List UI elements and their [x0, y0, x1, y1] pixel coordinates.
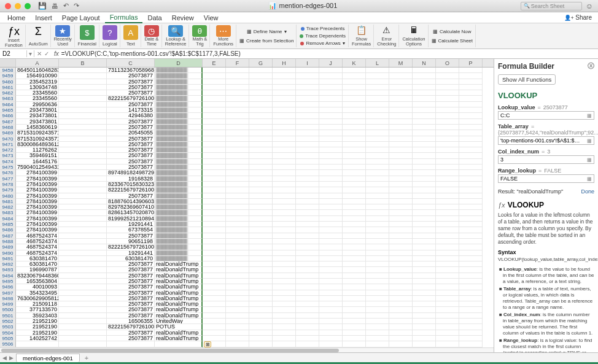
cell[interactable]	[366, 273, 389, 279]
row-header[interactable]: 9461	[0, 85, 16, 90]
cell[interactable]: 42946380	[107, 113, 155, 118]
cell[interactable]: ████████	[155, 187, 203, 193]
cell[interactable]	[436, 136, 459, 142]
cell[interactable]	[226, 279, 249, 284]
cell[interactable]: 25073877	[107, 279, 155, 284]
cell[interactable]	[459, 159, 483, 165]
cell[interactable]	[249, 165, 273, 170]
cell[interactable]	[413, 210, 436, 215]
cell[interactable]	[319, 307, 343, 312]
cell[interactable]	[203, 199, 226, 204]
cell[interactable]	[343, 216, 366, 222]
cell[interactable]	[436, 290, 459, 296]
cell[interactable]	[226, 204, 249, 210]
cell[interactable]	[249, 182, 273, 187]
row-header[interactable]: 9493	[0, 267, 16, 273]
cell[interactable]	[249, 227, 273, 233]
cell[interactable]: 25073877	[107, 79, 155, 85]
cell[interactable]: 25073877	[107, 307, 155, 312]
cell[interactable]	[226, 267, 249, 273]
cell[interactable]	[226, 73, 249, 79]
cell[interactable]: ████████	[155, 233, 203, 239]
cell[interactable]	[436, 210, 459, 215]
tab-home[interactable]: Home	[2, 13, 30, 23]
cell[interactable]	[366, 142, 389, 147]
col-header[interactable]: J	[319, 59, 343, 67]
cell[interactable]	[436, 227, 459, 233]
col-header-b[interactable]: B	[59, 59, 107, 67]
table-row[interactable]: 94782784100399823367015830323000████████	[0, 182, 494, 187]
cell[interactable]	[273, 273, 296, 279]
cell[interactable]	[413, 68, 436, 73]
row-header[interactable]: 9499	[0, 301, 16, 307]
cell[interactable]	[436, 159, 459, 165]
cell[interactable]	[413, 147, 436, 153]
cell[interactable]	[343, 68, 366, 73]
cell[interactable]	[436, 130, 459, 136]
cell[interactable]	[203, 239, 226, 244]
row-header[interactable]: 9469	[0, 130, 16, 136]
cell[interactable]	[203, 250, 226, 256]
formula-input[interactable]: =VLOOKUP(C:C,'top-mentions-001.csv'!$A$1…	[61, 50, 598, 57]
cell[interactable]	[366, 290, 389, 296]
cell[interactable]	[249, 324, 273, 330]
cell[interactable]	[59, 79, 107, 85]
print-icon[interactable]: 🖶	[52, 2, 58, 10]
cell[interactable]	[273, 73, 296, 79]
cell[interactable]	[343, 301, 366, 307]
cell[interactable]	[459, 193, 483, 199]
cell[interactable]	[226, 336, 249, 341]
cell[interactable]	[459, 296, 483, 301]
cell[interactable]	[59, 301, 107, 307]
cell[interactable]	[436, 216, 459, 222]
col-header-a[interactable]: A	[16, 59, 59, 67]
cell[interactable]	[249, 68, 273, 73]
cell[interactable]: ████████	[155, 136, 203, 142]
cell[interactable]	[296, 199, 319, 204]
row-header[interactable]: 9475	[0, 165, 16, 170]
cell[interactable]	[459, 313, 483, 319]
cell[interactable]	[273, 187, 296, 193]
row-header[interactable]: 9484	[0, 216, 16, 222]
cell[interactable]	[413, 204, 436, 210]
cell[interactable]	[226, 125, 249, 130]
table-row[interactable]: 946629347380142946380████████	[0, 113, 494, 118]
cell[interactable]: ████████	[155, 153, 203, 158]
cell[interactable]	[273, 113, 296, 118]
cell[interactable]	[343, 256, 366, 261]
cell[interactable]	[436, 182, 459, 187]
cell[interactable]	[226, 330, 249, 336]
cell[interactable]	[319, 261, 343, 267]
cell[interactable]	[319, 216, 343, 222]
row-header[interactable]: 9473	[0, 153, 16, 158]
cell[interactable]	[226, 159, 249, 165]
cell[interactable]	[389, 119, 413, 125]
cell[interactable]	[343, 113, 366, 118]
table-array-input[interactable]: 'top-mentions-001.csv'!$A$1:$C$1177▦	[498, 136, 594, 145]
row-header[interactable]: 9472	[0, 147, 16, 153]
cell[interactable]	[389, 68, 413, 73]
cell[interactable]	[366, 210, 389, 215]
cell[interactable]	[343, 330, 366, 336]
cell[interactable]	[343, 307, 366, 312]
recently-used-button[interactable]: ★Recently Used	[52, 25, 75, 47]
cell[interactable]	[459, 307, 483, 312]
zoom-window-button[interactable]	[25, 3, 31, 9]
cell[interactable]: 822215679726100000	[107, 324, 155, 330]
cell[interactable]	[413, 142, 436, 147]
cell[interactable]	[366, 227, 389, 233]
cell[interactable]	[436, 336, 459, 341]
cell[interactable]	[389, 102, 413, 107]
cell[interactable]: ████████	[155, 227, 203, 233]
cell[interactable]	[413, 79, 436, 85]
cell[interactable]	[226, 307, 249, 312]
table-row[interactable]: 946729347380125073877████████	[0, 119, 494, 125]
cell[interactable]	[413, 244, 436, 250]
cell[interactable]	[319, 290, 343, 296]
more-functions-button[interactable]: ⋯More Functions	[211, 25, 236, 47]
cell[interactable]: 25073877	[107, 73, 155, 79]
cell[interactable]	[366, 125, 389, 130]
cell[interactable]	[59, 296, 107, 301]
cell[interactable]	[203, 210, 226, 215]
cell[interactable]	[203, 256, 226, 261]
